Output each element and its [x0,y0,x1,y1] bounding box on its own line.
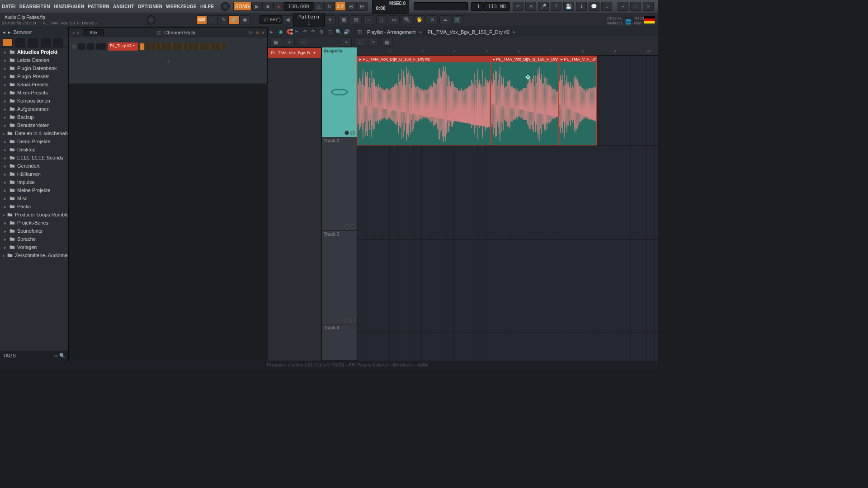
tree-item[interactable]: ▸Projekt-Bones [0,219,68,227]
tree-item[interactable]: ▸Gerendert [0,162,68,170]
stop-button[interactable]: ■ [262,2,273,11]
expand-icon[interactable]: ▸ [3,107,7,112]
wave-icon[interactable]: ⎍ [354,38,365,47]
step-cell[interactable] [172,43,177,50]
expand-icon[interactable]: ▸ [3,221,7,225]
pattern-number-display[interactable]: 1 [471,2,484,11]
channel-filter-dropdown[interactable]: Alle [83,29,104,36]
picker-button[interactable]: ▦ [270,38,281,47]
pitch-knob[interactable] [146,15,156,24]
add-pat-button[interactable]: + [284,38,295,47]
save-button[interactable]: 💾 [563,2,574,11]
center-icon[interactable]: ⊕ [319,29,326,35]
comments-button[interactable]: 💬 [589,2,599,11]
timeline-ruler[interactable]: 2345678910 [357,47,658,56]
menu-help[interactable]: HILFE [200,4,214,9]
minimize-button[interactable]: − [618,2,628,11]
undo-button[interactable]: ↶ [513,2,524,11]
step-cell[interactable] [183,43,188,50]
playlist-grid[interactable]: 2345678910 ▸ PL_TMA_Vox_Bgv_B_150_F_Dry … [357,47,658,361]
step-cell[interactable] [161,43,166,50]
channel-mute-dot[interactable] [72,44,76,49]
expand-icon[interactable]: ▸ [3,131,5,136]
channel-select-button[interactable] [96,43,106,50]
tree-item[interactable]: ▸Kanal-Presets [0,80,68,89]
download-button[interactable]: ⤓ [601,2,612,11]
expand-icon[interactable]: ▸ [3,212,5,217]
step-button[interactable]: → [207,15,218,24]
tree-item[interactable]: ▸Kompositionen [0,97,68,105]
menu-file[interactable]: DATEI [2,4,16,9]
menu-add[interactable]: HINZUFüGEN [54,4,84,9]
menu-pattern[interactable]: PATTERN [88,4,109,9]
expand-icon[interactable]: ▸ [3,180,7,185]
tree-item[interactable]: ▸Aktuelles Projekt [0,48,68,56]
expand-icon[interactable]: ▸ [3,196,7,201]
menu-options[interactable]: OPTIONEN [138,4,163,9]
step-cell[interactable] [151,43,156,50]
sound-icon[interactable]: 🔊 [344,29,350,35]
tree-item[interactable]: ▸Dateien in d..wischenablage [0,129,68,137]
channel-rack-window[interactable]: ◂ ▸ Alle ◫ Channel Rack ⊪ ≡ × PL_T...ry … [69,27,268,84]
audio-clip[interactable]: ▸ PL_TMA_Vox_Bgv_B_150_F_Dry #2 [357,56,491,145]
channel-dropdown[interactable]: (leer) [259,15,282,24]
pattern-dropdown-button[interactable]: ▾ [325,15,335,24]
tree-item[interactable]: ▸Impulse [0,178,68,186]
channel-rack-close-icon[interactable]: × [262,30,264,35]
export-button[interactable]: ⬇ [576,2,587,11]
view-mixer-button[interactable]: ⎍ [376,15,387,24]
play-button[interactable]: ▶ [251,2,262,11]
expand-icon[interactable]: ▸ [3,82,7,87]
track-name[interactable]: Track 3 [324,232,339,237]
live-button[interactable]: ◉ [240,15,250,24]
expand-icon[interactable]: ▸ [3,253,5,258]
view-playlist-button[interactable]: ▦ [338,15,349,24]
audio-clip[interactable]: ▸ PL_TMA_V..F_Dry #2 [558,56,597,145]
pattern-selector[interactable]: Pattern 1 [293,13,325,27]
step-cell[interactable] [145,43,150,50]
playlist-breadcrumb[interactable]: PL_TMA_Vox_Bgv_B_150_F_Dry #2 [428,29,510,35]
countdown-button[interactable]: ↻ [324,2,335,11]
automation-button[interactable]: ～ [297,38,308,47]
link-button[interactable]: 🔗 [229,15,240,24]
tree-item[interactable]: ▸Plugin-Datenbank [0,64,68,72]
help-button[interactable]: ? [551,2,561,11]
snap-button[interactable]: 3 2 [335,2,346,11]
clip-header[interactable]: ▸ PL_TMA_Vox_Bgv_B_150_F_Dry #2 [358,56,490,62]
step-cell[interactable] [167,43,172,50]
cut-icon[interactable]: ✂ [295,29,301,35]
redo-icon[interactable]: ↷ [311,29,317,35]
sync-icon[interactable]: ◉ [278,29,285,35]
channel-row[interactable]: PL_T...ry #2 + [72,41,264,52]
track-name[interactable]: Track 4 [324,325,339,330]
step-sequencer[interactable] [140,43,226,50]
channel-name-button[interactable]: PL_T...ry #2 + [108,42,138,51]
track-close-button[interactable]: × [368,38,379,47]
expand-icon[interactable]: ▸ [3,164,7,169]
tree-item[interactable]: ▸Misc [0,194,68,202]
typing-keyboard-button[interactable]: ⌨ [196,15,207,24]
tree-item[interactable]: ▸Zerschnittene..Audiomaterial [0,251,68,259]
expand-icon[interactable]: ▸ [3,115,7,120]
undo-icon[interactable]: ↶ [303,29,309,35]
tree-item[interactable]: ▸Demo-Projekte [0,137,68,145]
step-cell[interactable] [140,43,145,50]
menu-edit[interactable]: BEARBEITEN [19,4,50,9]
browser-search-button[interactable] [28,38,38,47]
channel-rack-header[interactable]: ◂ ▸ Alle ◫ Channel Rack ⊪ ≡ × [69,28,267,38]
expand-icon[interactable]: ▸ [3,188,7,193]
browser-folders-button[interactable] [15,38,25,47]
track-mute-icon[interactable] [344,131,349,135]
channel-rack-options-icon[interactable]: ◫ [157,30,161,36]
record-button[interactable]: ● [273,2,284,11]
tree-item[interactable]: ▸Vorlagen [0,243,68,251]
track-solo-icon[interactable] [350,224,355,229]
cloud-button[interactable]: ☁ [439,15,450,24]
tree-item[interactable]: ▸Aufgenommen [0,105,68,113]
step-cell[interactable] [189,43,193,50]
tools-button[interactable]: ✕ [525,2,536,11]
expand-icon[interactable]: ▸ [3,66,7,71]
select-icon[interactable]: ▢ [327,29,334,35]
shop-button[interactable]: 🛒 [452,15,463,24]
arrangement-icon[interactable]: ◫ [357,29,363,35]
